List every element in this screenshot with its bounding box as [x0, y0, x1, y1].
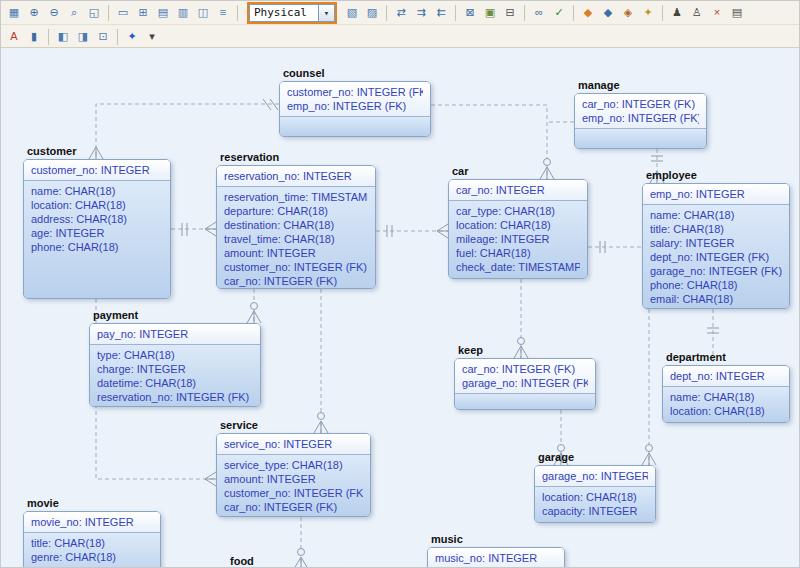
entity-reservation[interactable]: reservationreservation_no: INTEGERreserv…: [216, 165, 376, 289]
domain-tool-icon[interactable]: ◫: [194, 3, 212, 22]
link-icon[interactable]: ∞: [530, 3, 548, 22]
toolbar-row-1: ▦⊕⊖⌕◱▭⊞▤▥◫≡ Physical ▾ ▧▨⇄⇉⇇⊠▣⊟∞✓◆◆◈✦♟♙×…: [1, 1, 800, 24]
model-target-icon[interactable]: ◆: [599, 3, 617, 22]
properties-icon[interactable]: ▤: [728, 3, 746, 22]
attribute-section: reservation_time: TIMESTAMPdeparture: CH…: [217, 187, 375, 289]
model-type-dropdown[interactable]: Physical ▾: [249, 4, 335, 22]
table-tool-icon[interactable]: ⊞: [134, 3, 152, 22]
entity-keep[interactable]: keepcar_no: INTEGER (FK)garage_no: INTEG…: [454, 358, 596, 410]
entity-manage[interactable]: managecar_no: INTEGER (FK)emp_no: INTEGE…: [574, 93, 707, 149]
entity-counsel[interactable]: counselcustomer_no: INTEGER (FK)emp_no: …: [279, 81, 431, 137]
entity-name-label: service: [220, 419, 258, 431]
entity-music[interactable]: musicmusic_no: INTEGER: [427, 547, 565, 568]
report-icon[interactable]: ▣: [481, 3, 499, 22]
attribute: name: CHAR(18): [670, 390, 782, 404]
entity-customer[interactable]: customercustomer_no: INTEGERname: CHAR(1…: [23, 159, 171, 299]
attribute: type: CHAR(18): [97, 348, 253, 362]
open-diagram-icon[interactable]: ▦: [5, 3, 23, 22]
entity-box: reservation_no: INTEGERreservation_time:…: [216, 165, 376, 289]
users-icon[interactable]: ♟: [668, 3, 686, 22]
model-source-icon[interactable]: ◆: [579, 3, 597, 22]
entity-movie[interactable]: moviemovie_no: INTEGERtitle: CHAR(18)gen…: [23, 511, 161, 568]
attribute: genre: CHAR(18): [31, 550, 153, 564]
diagram-canvas[interactable]: counselcustomer_no: INTEGER (FK)emp_no: …: [1, 48, 800, 568]
key-attribute: garage_no: INTEGER: [542, 469, 648, 483]
attribute: amount: INTEGER: [224, 472, 363, 486]
attribute: fuel: CHAR(18): [456, 246, 580, 260]
toolbar-row-2: A▮◧◨⊡✦▾: [1, 24, 800, 48]
sync-model-icon[interactable]: ⇄: [392, 3, 410, 22]
erd-application-window: ▦⊕⊖⌕◱▭⊞▤▥◫≡ Physical ▾ ▧▨⇄⇉⇇⊠▣⊟∞✓◆◆◈✦♟♙×…: [0, 0, 800, 568]
entity-car[interactable]: carcar_no: INTEGERcar_type: CHAR(18)loca…: [448, 179, 588, 279]
pan-navigator-icon[interactable]: ✦: [123, 27, 141, 46]
entity-payment[interactable]: paymentpay_no: INTEGERtype: CHAR(18)char…: [89, 323, 261, 407]
attribute: car_no: INTEGER (FK): [224, 274, 368, 288]
attribute-section: [280, 117, 430, 136]
entity-box: customer_no: INTEGERname: CHAR(18)locati…: [23, 159, 171, 299]
entity-service[interactable]: serviceservice_no: INTEGERservice_type: …: [216, 433, 371, 517]
zoom-fit-icon[interactable]: ⌕: [65, 3, 83, 22]
toolbar-separator: [108, 5, 109, 21]
stored-display-icon[interactable]: ▨: [363, 3, 381, 22]
more-tools-arrow-icon[interactable]: ▾: [143, 27, 161, 46]
primary-key-section: reservation_no: INTEGER: [217, 166, 375, 187]
primary-key-section: customer_no: INTEGER: [24, 160, 170, 181]
attribute: garage_no: INTEGER (FK): [650, 264, 782, 278]
toolbar-separator: [386, 5, 387, 21]
report-list-icon[interactable]: ≡: [214, 3, 232, 22]
fill-color-icon[interactable]: ▮: [25, 27, 43, 46]
attribute: title: CHAR(18): [650, 222, 782, 236]
attribute: service_type: CHAR(18): [224, 458, 363, 472]
entity-box: car_no: INTEGERcar_type: CHAR(18)locatio…: [448, 179, 588, 279]
attribute: check_date: TIMESTAMP: [456, 260, 580, 274]
primary-key-section: pay_no: INTEGER: [90, 324, 260, 345]
attribute-section: [455, 394, 595, 409]
attribute-section: name: CHAR(18)location: CHAR(18): [663, 387, 789, 422]
entity-name-label: reservation: [220, 151, 279, 163]
attribute: customer_no: INTEGER (FK): [224, 486, 363, 500]
entity-tool-icon[interactable]: ▭: [114, 3, 132, 22]
entity-garage[interactable]: garagegarage_no: INTEGERlocation: CHAR(1…: [534, 465, 656, 523]
compare-icon[interactable]: ⊠: [461, 3, 479, 22]
validate-icon[interactable]: ✓: [550, 3, 568, 22]
subject-area-icon[interactable]: ▧: [343, 3, 361, 22]
entity-name-label: music: [431, 533, 463, 545]
font-color-icon[interactable]: A: [5, 27, 23, 46]
print-icon[interactable]: ⊟: [501, 3, 519, 22]
view-tool-icon[interactable]: ▤: [154, 3, 172, 22]
key-attribute: service_no: INTEGER: [224, 437, 363, 451]
toolbar-separator: [117, 29, 118, 45]
auto-layout-icon[interactable]: ⊡: [94, 27, 112, 46]
zoom-in-icon[interactable]: ⊕: [25, 3, 43, 22]
entity-box: customer_no: INTEGER (FK)emp_no: INTEGER…: [279, 81, 431, 137]
forward-engineer-icon[interactable]: ⇉: [412, 3, 430, 22]
attribute: title: CHAR(18): [31, 536, 153, 550]
entity-box: car_no: INTEGER (FK)garage_no: INTEGER (…: [454, 358, 596, 410]
primary-key-section: music_no: INTEGER: [428, 548, 564, 568]
entity-name-label: garage: [538, 451, 574, 463]
entity-employee[interactable]: employeeemp_no: INTEGERname: CHAR(18)tit…: [642, 183, 790, 309]
star-schema-icon[interactable]: ✦: [639, 3, 657, 22]
primary-key-section: service_no: INTEGER: [217, 434, 370, 455]
delete-icon[interactable]: ×: [708, 3, 726, 22]
key-attribute: customer_no: INTEGER (FK): [287, 85, 423, 99]
reverse-engineer-icon[interactable]: ⇇: [432, 3, 450, 22]
toolbar-separator: [237, 5, 238, 21]
dimension-icon[interactable]: ◈: [619, 3, 637, 22]
index-tool-icon[interactable]: ▥: [174, 3, 192, 22]
zoom-out-icon[interactable]: ⊖: [45, 3, 63, 22]
attribute: location: CHAR(18): [542, 490, 648, 504]
user-icon[interactable]: ♙: [688, 3, 706, 22]
align-left-icon[interactable]: ◧: [54, 27, 72, 46]
dropdown-arrow-icon[interactable]: ▾: [318, 5, 334, 21]
primary-key-section: emp_no: INTEGER: [643, 184, 789, 205]
zoom-region-icon[interactable]: ◱: [85, 3, 103, 22]
align-right-icon[interactable]: ◨: [74, 27, 92, 46]
key-attribute: dept_no: INTEGER: [670, 369, 782, 383]
entity-box: pay_no: INTEGERtype: CHAR(18)charge: INT…: [89, 323, 261, 407]
entity-name-label: car: [452, 165, 469, 177]
entity-department[interactable]: departmentdept_no: INTEGERname: CHAR(18)…: [662, 365, 790, 423]
attribute-section: service_type: CHAR(18)amount: INTEGERcus…: [217, 455, 370, 517]
toolbar-separator: [662, 5, 663, 21]
entity-name-label: manage: [578, 79, 620, 91]
